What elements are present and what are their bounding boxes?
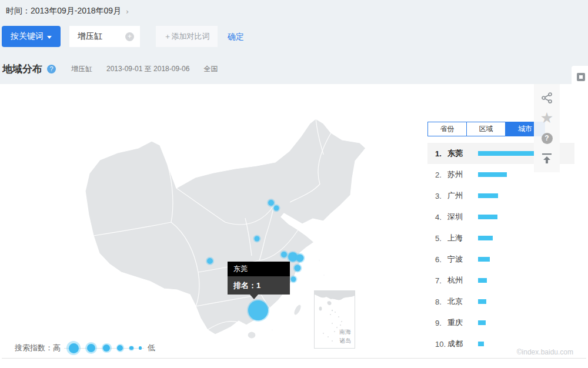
rank-bar bbox=[478, 193, 498, 198]
rank-row-杭州[interactable]: 7.杭州 bbox=[427, 270, 574, 291]
rank-row-宁波[interactable]: 6.宁波 bbox=[427, 249, 574, 270]
legend-circle bbox=[85, 342, 97, 354]
inset-label: 南海 诸岛 bbox=[339, 327, 351, 345]
rank-number: 7. bbox=[435, 276, 447, 285]
keyword-mode-label: 按关键词 bbox=[11, 31, 44, 42]
time-range-label: 时间：2013年09月-2018年09月 bbox=[6, 6, 121, 16]
rank-city-label: 苏州 bbox=[447, 169, 478, 180]
rank-number: 6. bbox=[435, 255, 447, 264]
tooltip-arrow bbox=[250, 295, 258, 299]
rank-number: 2. bbox=[435, 170, 447, 179]
rank-bar bbox=[478, 342, 484, 346]
time-range-selector[interactable]: 时间：2013年09月-2018年09月 › bbox=[6, 5, 129, 18]
rank-city-label: 上海 bbox=[447, 233, 478, 243]
map-tooltip: 东莞 排名：1 bbox=[228, 262, 290, 295]
chevron-right-icon: › bbox=[126, 7, 129, 16]
rank-bar bbox=[478, 215, 497, 219]
rank-bar bbox=[478, 278, 487, 283]
top-section: 时间：2013年09月-2018年09月 › 按关键词 + ＋添加对比词 确定 … bbox=[0, 0, 588, 84]
legend-scale bbox=[64, 341, 144, 355]
rank-number: 1. bbox=[435, 149, 447, 158]
rank-row-深圳[interactable]: 4.深圳 bbox=[427, 206, 574, 228]
rank-city-label: 杭州 bbox=[447, 275, 478, 286]
rank-bar bbox=[478, 320, 486, 325]
legend-circle bbox=[116, 344, 124, 352]
chevron-down-icon bbox=[47, 36, 52, 39]
help-icon[interactable]: ? bbox=[47, 65, 56, 73]
legend-circle bbox=[66, 341, 81, 355]
page-title: 地域分布 bbox=[2, 62, 42, 76]
rank-number: 3. bbox=[435, 192, 447, 200]
rank-city-label: 东莞 bbox=[447, 148, 478, 159]
hainan-island bbox=[248, 332, 256, 339]
side-widget-card bbox=[572, 66, 588, 88]
legend-high-label: 搜索指数：高 bbox=[15, 343, 61, 353]
back-to-top-icon[interactable] bbox=[539, 150, 555, 167]
rank-city-label: 宁波 bbox=[447, 254, 478, 265]
map-dot-温州[interactable] bbox=[291, 277, 296, 282]
legend-circle bbox=[102, 343, 112, 353]
add-compare-button[interactable]: ＋添加对比词 bbox=[156, 26, 218, 47]
section-keyword: 增压缸 bbox=[71, 64, 92, 74]
map-dot-成都[interactable] bbox=[207, 258, 213, 264]
rank-row-广州[interactable]: 3.广州 bbox=[427, 185, 574, 206]
search-index-legend: 搜索指数：高 低 bbox=[15, 339, 155, 357]
legend-low-label: 低 bbox=[148, 343, 155, 353]
rank-number: 8. bbox=[435, 297, 447, 306]
rank-bar bbox=[478, 257, 490, 262]
rank-bar bbox=[478, 236, 493, 240]
tooltip-rank: 排名：1 bbox=[228, 276, 290, 295]
rank-number: 5. bbox=[435, 234, 447, 243]
keyword-input[interactable] bbox=[78, 32, 119, 41]
keyword-mode-button[interactable]: 按关键词 bbox=[2, 26, 61, 47]
tooltip-city: 东莞 bbox=[228, 262, 290, 276]
help-circle-icon[interactable]: ? bbox=[539, 130, 555, 146]
rank-row-重庆[interactable]: 9.重庆 bbox=[427, 312, 574, 333]
legend-circle bbox=[129, 346, 134, 351]
rank-number: 10. bbox=[435, 340, 447, 349]
rank-bar bbox=[478, 172, 507, 177]
rank-number: 9. bbox=[435, 319, 447, 327]
rank-city-label: 成都 bbox=[447, 339, 478, 349]
legend-circle bbox=[139, 346, 142, 349]
rank-bar bbox=[478, 151, 534, 156]
city-ranking-list: 1.东莞2.苏州3.广州4.深圳5.上海6.宁波7.杭州8.北京9.重庆10.成… bbox=[427, 143, 574, 354]
rank-city-label: 北京 bbox=[447, 296, 478, 307]
map-dot-上海[interactable] bbox=[296, 255, 304, 262]
map-dot-北京[interactable] bbox=[268, 200, 274, 206]
rank-city-label: 广州 bbox=[447, 190, 478, 201]
map-dot-南京[interactable] bbox=[281, 252, 287, 257]
keyword-input-box[interactable]: + bbox=[69, 26, 140, 47]
copyright-text: ©index.baidu.com bbox=[517, 348, 573, 356]
rank-city-label: 重庆 bbox=[447, 317, 478, 328]
floating-toolbar: ★ ? bbox=[534, 84, 560, 172]
map-dot-宁波[interactable] bbox=[295, 265, 301, 272]
side-panel-toggle-icon[interactable] bbox=[577, 73, 585, 81]
map-dot-东莞[interactable] bbox=[248, 300, 268, 320]
region-tab-group: 省份区域城市 bbox=[427, 122, 545, 136]
rank-city-label: 深圳 bbox=[447, 212, 478, 222]
favorite-star-icon[interactable]: ★ bbox=[539, 110, 555, 126]
share-icon[interactable] bbox=[539, 89, 555, 106]
confirm-button[interactable]: 确定 bbox=[228, 32, 244, 42]
tab-省份[interactable]: 省份 bbox=[428, 122, 467, 136]
map-panel: 东莞 排名：1 省份区域城市 1.东莞2.苏州3.广州4.深圳5.上海6.宁波7… bbox=[2, 84, 586, 359]
rank-row-上海[interactable]: 5.上海 bbox=[427, 228, 574, 249]
tab-区域[interactable]: 区域 bbox=[467, 122, 506, 136]
taiwan-island bbox=[292, 303, 302, 316]
section-date-range: 2013-09-01 至 2018-09-06 bbox=[106, 64, 189, 74]
section-header: 地域分布 ? 增压缸 2013-09-01 至 2018-09-06 全国 bbox=[2, 62, 218, 76]
circle-plus-icon[interactable]: + bbox=[125, 32, 134, 41]
map-dot-郑州[interactable] bbox=[255, 236, 260, 242]
map-dot-天津[interactable] bbox=[274, 206, 279, 211]
section-scope: 全国 bbox=[203, 64, 218, 74]
rank-row-北京[interactable]: 8.北京 bbox=[427, 291, 574, 312]
rank-number: 4. bbox=[435, 213, 447, 222]
rank-bar bbox=[478, 299, 486, 304]
south-china-sea-inset: 南海 诸岛 bbox=[314, 290, 355, 349]
